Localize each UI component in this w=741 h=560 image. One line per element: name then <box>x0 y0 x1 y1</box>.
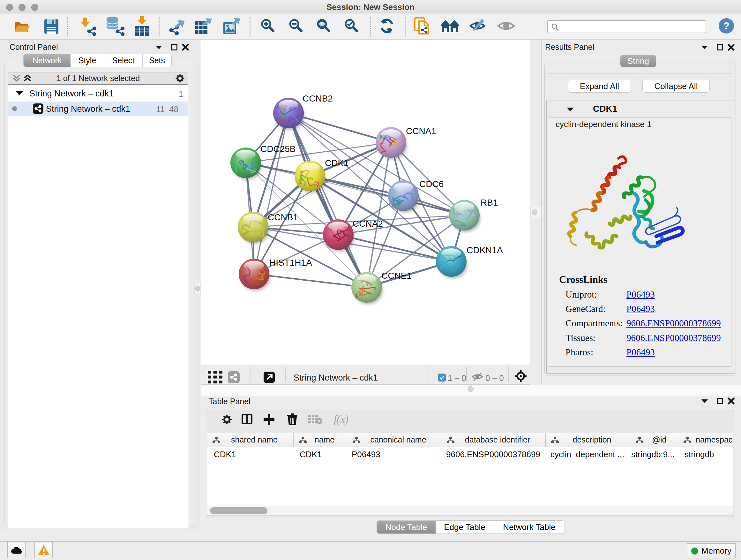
svg-text:CDK1: CDK1 <box>325 158 349 168</box>
svg-text:CCNE1: CCNE1 <box>381 271 412 281</box>
svg-text:?: ? <box>723 20 730 32</box>
svg-text:CDC6: CDC6 <box>419 179 444 189</box>
svg-text:CCNA1: CCNA1 <box>406 126 436 136</box>
svg-text:CCNA2: CCNA2 <box>353 219 383 229</box>
svg-text:CDKN1A: CDKN1A <box>467 245 503 255</box>
svg-text:CCNB2: CCNB2 <box>302 94 333 104</box>
svg-text:RB1: RB1 <box>481 198 498 207</box>
svg-text:CDC25B: CDC25B <box>260 144 295 154</box>
svg-text:CCNB1: CCNB1 <box>268 212 298 222</box>
svg-text:HIST1H1A: HIST1H1A <box>269 258 312 267</box>
